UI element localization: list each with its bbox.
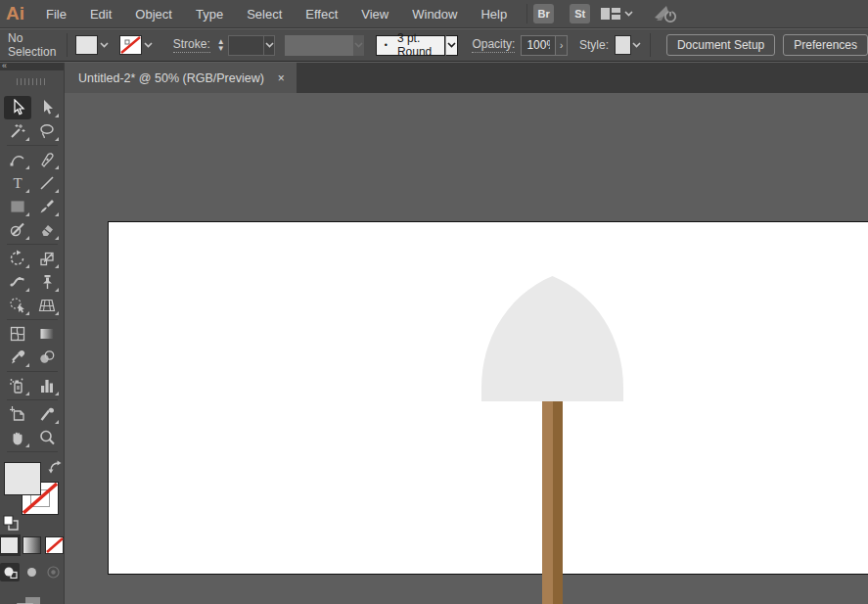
brush-definition-field[interactable]: • 3 pt. Round (376, 35, 445, 56)
blend-tool[interactable] (33, 346, 61, 369)
hand-tool[interactable] (4, 426, 31, 449)
artwork-layer (65, 93, 868, 604)
illustrator-logo: Ai (0, 3, 34, 24)
shovel-handle-light[interactable] (542, 396, 553, 604)
draw-normal-button[interactable] (0, 563, 20, 581)
stroke-weight-field[interactable] (228, 35, 264, 56)
preferences-button[interactable]: Preferences (783, 34, 868, 56)
rectangle-tool[interactable] (4, 195, 31, 218)
slice-tool[interactable] (33, 402, 61, 426)
bridge-button[interactable]: Br (533, 4, 554, 23)
curvature-tool[interactable] (4, 148, 31, 171)
graphic-style-swatch[interactable] (615, 35, 631, 55)
width-profile-dropdown (353, 35, 364, 56)
shovel-handle-dark[interactable] (553, 396, 563, 604)
stock-button[interactable]: St (570, 4, 590, 23)
chevron-down-icon (265, 42, 274, 48)
zoom-tool[interactable] (33, 426, 61, 449)
menu-edit[interactable]: Edit (78, 0, 123, 28)
workspace-switcher-icon (600, 7, 621, 21)
rotate-tool[interactable] (4, 247, 31, 270)
menu-view[interactable]: View (349, 0, 400, 28)
document-tab-title: Untitled-2* @ 50% (RGB/Preview) (78, 71, 264, 85)
menu-effect[interactable]: Effect (294, 0, 349, 28)
artboard-tool[interactable] (4, 402, 31, 426)
menu-object[interactable]: Object (123, 0, 184, 28)
paint-mode-controls (0, 536, 64, 554)
eyedropper-tool[interactable] (4, 346, 31, 369)
menu-type[interactable]: Type (184, 0, 235, 28)
column-graph-tool[interactable] (33, 374, 61, 397)
puppet-warp-tool[interactable] (33, 270, 61, 294)
stroke-weight-dropdown[interactable] (263, 35, 275, 56)
perspective-grid-tool[interactable] (33, 294, 61, 317)
color-mode-button[interactable] (0, 536, 19, 554)
opacity-label[interactable]: Opacity: (472, 37, 515, 53)
scale-tool[interactable] (33, 247, 61, 270)
none-mode-button[interactable] (45, 536, 64, 554)
stroke-weight-label[interactable]: Stroke: (173, 37, 210, 53)
none-slash-icon (120, 36, 141, 54)
brush-preview-dot: • (385, 40, 388, 50)
graphic-style-dropdown[interactable] (631, 35, 642, 55)
eraser-tool[interactable] (33, 218, 61, 242)
brush-definition-value: 3 pt. Round (397, 31, 436, 59)
document-setup-button[interactable]: Document Setup (666, 34, 775, 56)
shovel-blade[interactable] (481, 276, 623, 401)
draw-inside-button[interactable] (44, 563, 64, 581)
width-profile-field (285, 35, 353, 56)
gradient-tool[interactable] (33, 322, 61, 346)
tools-panel-header[interactable]: « (0, 63, 65, 93)
shaper-tool[interactable] (4, 218, 31, 242)
stroke-weight-stepper[interactable]: ▲▼ (216, 34, 226, 56)
magic-wand-tool[interactable] (4, 119, 31, 143)
symbol-sprayer-tool[interactable] (4, 374, 31, 397)
lasso-tool[interactable] (33, 119, 61, 143)
drawing-mode-controls (0, 563, 64, 581)
width-tool[interactable] (4, 270, 31, 294)
swap-fill-stroke-icon[interactable] (48, 460, 62, 474)
panel-grip[interactable] (17, 78, 48, 85)
chevron-down-icon (354, 42, 363, 48)
opacity-input[interactable] (521, 35, 556, 56)
paintbrush-tool[interactable] (33, 195, 61, 218)
stroke-color-swatch[interactable] (119, 35, 142, 55)
stroke-color-dropdown[interactable] (142, 35, 156, 55)
draw-behind-button[interactable] (22, 563, 41, 581)
close-tab-icon[interactable]: × (278, 72, 285, 84)
gradient-mode-button[interactable] (23, 536, 41, 554)
fill-swatch[interactable] (4, 462, 41, 495)
collapse-panel-icon[interactable]: « (2, 61, 7, 70)
chevron-down-icon (632, 42, 641, 48)
selection-status: No Selection (8, 31, 59, 59)
document-tab[interactable]: Untitled-2* @ 50% (RGB/Preview) × (65, 63, 297, 93)
menu-file[interactable]: File (34, 0, 78, 28)
fill-color-swatch[interactable] (75, 35, 98, 55)
canvas-viewport[interactable] (65, 93, 868, 604)
fill-color-dropdown[interactable] (98, 35, 112, 55)
shape-builder-tool[interactable] (4, 294, 31, 317)
type-tool[interactable]: T (4, 171, 31, 195)
brush-definition-dropdown[interactable] (445, 35, 458, 56)
line-segment-tool[interactable] (33, 171, 61, 195)
workspace-switcher[interactable] (600, 7, 633, 21)
default-fill-stroke-icon[interactable] (3, 515, 19, 531)
screen-mode-icon (16, 595, 43, 604)
selection-tool[interactable] (4, 96, 31, 119)
pen-tool[interactable] (33, 148, 61, 171)
menu-window[interactable]: Window (400, 0, 469, 28)
change-screen-mode-button[interactable] (16, 595, 64, 604)
opacity-expand-button[interactable]: › (556, 35, 568, 56)
direct-selection-tool[interactable] (33, 96, 61, 119)
mesh-tool[interactable] (4, 322, 31, 346)
menu-select[interactable]: Select (235, 0, 294, 28)
none-slash-icon (46, 537, 64, 553)
menu-bar: Ai File Edit Object Type Select Effect V… (0, 0, 868, 28)
tools-panel: T (0, 93, 65, 604)
menu-help[interactable]: Help (469, 0, 519, 28)
style-label: Style: (579, 38, 609, 52)
menubar-divider (526, 4, 527, 23)
chevron-down-icon (624, 11, 633, 17)
tab-row: « Untitled-2* @ 50% (RGB/Preview) × (0, 63, 868, 93)
launch-gpu-icon[interactable] (653, 4, 678, 23)
